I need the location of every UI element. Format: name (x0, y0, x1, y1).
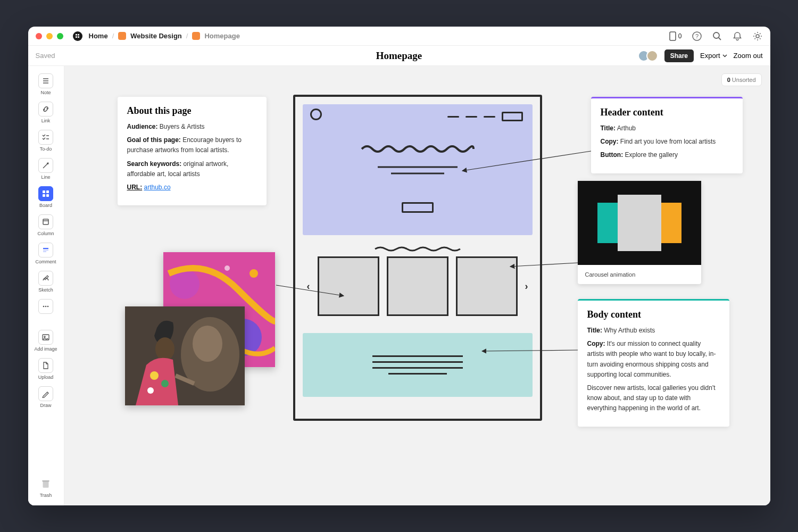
about-card[interactable]: About this page Audience: Buyers & Artis… (118, 97, 267, 205)
svg-point-35 (155, 337, 174, 361)
unsorted-count: 0 (727, 77, 730, 83)
gear-icon[interactable] (752, 31, 763, 41)
breadcrumb-page-label: Homepage (204, 32, 239, 40)
minimize-window[interactable] (46, 33, 53, 39)
carousel-prev-icon: ‹ (307, 281, 310, 292)
reference-image-artist[interactable] (125, 306, 245, 405)
subbar: Saved Homepage Share Export Zoom out (28, 46, 770, 66)
close-window[interactable] (36, 33, 42, 39)
about-audience: Audience: Buyers & Artists (127, 122, 257, 132)
body-copy2: Discover new artists, local galleries yo… (587, 383, 720, 414)
svg-point-29 (250, 269, 258, 278)
svg-point-19 (43, 306, 45, 307)
tool-more[interactable] (34, 297, 58, 316)
tool-sketch[interactable]: Sketch (34, 269, 58, 295)
link-icon (38, 102, 53, 117)
tool-label: Sketch (38, 287, 53, 293)
wireframe-body (303, 333, 533, 397)
tool-add-image[interactable]: Add image (34, 328, 58, 354)
svg-rect-24 (42, 480, 49, 481)
card-title: About this page (127, 105, 257, 117)
body-content-card[interactable]: Body content Title: Why Arthub exists Co… (578, 299, 729, 427)
breadcrumb-separator: / (112, 32, 114, 40)
svg-line-4 (719, 38, 721, 40)
carousel-slide-center (618, 195, 661, 251)
sketch-icon (38, 271, 53, 286)
svg-text:?: ? (695, 33, 698, 39)
export-label: Export (700, 52, 720, 60)
unsorted-pill[interactable]: 0 Unsorted (721, 73, 762, 86)
tool-board[interactable]: Board (34, 184, 58, 210)
breadcrumb-home[interactable]: Home (73, 31, 108, 41)
breadcrumb-page[interactable]: Homepage (192, 32, 239, 40)
wireframe-cta-button (402, 202, 434, 213)
carousel-next-icon: › (525, 281, 528, 292)
tool-label: Board (39, 203, 52, 208)
tool-note[interactable]: Note (34, 71, 58, 97)
device-preview-button[interactable]: 0 (669, 31, 682, 41)
breadcrumb-home-label: Home (89, 32, 108, 40)
header-copy: Copy: Find art you love from local artis… (601, 137, 733, 147)
svg-rect-10 (43, 190, 45, 193)
wireframe-logo (310, 109, 322, 120)
svg-rect-14 (43, 219, 48, 225)
about-url-link[interactable]: arthub.co (144, 184, 171, 191)
tool-upload[interactable]: Upload (34, 356, 58, 382)
breadcrumb-project-label: Website Design (130, 32, 182, 40)
about-keywords: Search keywords: original artwork, affor… (127, 159, 257, 179)
breadcrumb-project[interactable]: Website Design (118, 32, 182, 40)
collaborator-avatars[interactable] (638, 50, 658, 62)
share-button[interactable]: Share (664, 49, 694, 62)
wireframe-nav (447, 112, 523, 121)
draw-icon (38, 386, 53, 401)
body-title: Title: Why Arthub exists (587, 326, 720, 336)
wireframe-headline (359, 143, 476, 153)
app-window: Home / Website Design / Homepage 0 ? (28, 27, 770, 505)
tool-label: Column (37, 231, 54, 236)
tool-line[interactable]: Line (34, 156, 58, 182)
image-icon (38, 330, 53, 345)
help-icon[interactable]: ? (692, 31, 702, 41)
search-icon[interactable] (712, 31, 722, 41)
tool-label: Line (41, 174, 50, 180)
header-title: Title: Arthub (601, 123, 733, 134)
canvas[interactable]: 0 Unsorted About this page Audience: Buy… (64, 66, 770, 505)
svg-point-31 (225, 265, 230, 271)
tool-label: To-do (40, 146, 52, 152)
card-title: Body content (587, 309, 720, 320)
svg-point-34 (193, 326, 222, 362)
board-icon (38, 186, 53, 201)
tool-label: Add image (34, 346, 57, 352)
carousel-slide-right (658, 203, 681, 243)
document-title[interactable]: Homepage (376, 50, 422, 62)
carousel-animation-image (578, 181, 701, 265)
tool-link[interactable]: Link (34, 99, 58, 126)
tool-comment[interactable]: Comment (34, 240, 58, 267)
todo-icon (38, 130, 53, 145)
carousel-card[interactable]: Carousel animation (578, 181, 701, 284)
svg-point-38 (147, 387, 154, 394)
zoom-out-button[interactable]: Zoom out (734, 52, 763, 60)
export-button[interactable]: Export (700, 52, 727, 60)
svg-point-36 (150, 371, 159, 380)
tool-todo[interactable]: To-do (34, 128, 58, 154)
breadcrumb-separator: / (186, 32, 188, 40)
column-icon (38, 214, 53, 229)
header-content-card[interactable]: Header content Title: Arthub Copy: Find … (591, 97, 743, 173)
bell-icon[interactable] (732, 31, 743, 41)
project-color-chip (118, 32, 126, 40)
tool-column[interactable]: Column (34, 212, 58, 238)
svg-point-20 (45, 306, 47, 307)
card-title: Header content (601, 107, 733, 118)
note-icon (38, 73, 53, 88)
tool-trash[interactable]: Trash (34, 474, 58, 500)
svg-point-37 (161, 380, 169, 387)
tool-sidebar: Note Link To-do Line Board Column (28, 66, 64, 505)
unsorted-label: Unsorted (732, 77, 756, 83)
tool-draw[interactable]: Draw (34, 384, 58, 410)
svg-rect-0 (670, 32, 676, 40)
upload-icon (38, 358, 53, 373)
wireframe-frame: ‹ › (293, 95, 542, 421)
wireframe-sketch[interactable]: ‹ › (293, 95, 542, 421)
maximize-window[interactable] (57, 33, 63, 39)
